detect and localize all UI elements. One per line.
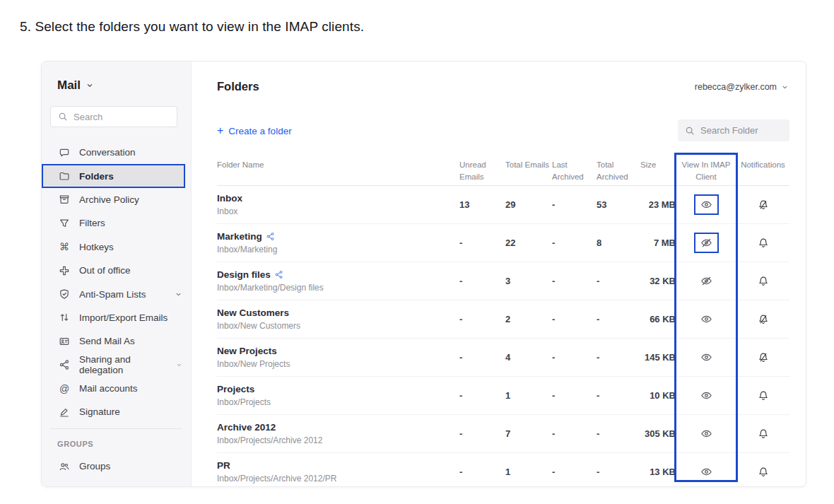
search-icon <box>685 126 695 136</box>
size-value: 13 KB <box>640 467 676 477</box>
folder-path: Inbox/Projects/Archive 2012/PR <box>217 474 459 484</box>
column-header-total-archived: Total Archived <box>597 159 640 182</box>
sidebar-item-filters[interactable]: Filters <box>42 211 191 235</box>
last-archived-value: - <box>552 428 597 439</box>
groups-section-label: GROUPS <box>57 440 93 448</box>
folder-name[interactable]: New Customers <box>217 307 289 318</box>
shield-check-icon <box>59 288 70 300</box>
folder-name[interactable]: Marketing <box>217 231 262 242</box>
total-archived-value: - <box>597 352 640 363</box>
imap-visibility-toggle[interactable] <box>694 271 719 291</box>
size-value: 32 KB <box>640 276 676 286</box>
sidebar-item-signature[interactable]: Signature <box>42 400 191 423</box>
imap-visibility-toggle[interactable] <box>694 347 719 368</box>
notification-toggle[interactable] <box>758 199 769 211</box>
sidebar-item-label: Mail accounts <box>79 383 138 394</box>
imap-visibility-toggle[interactable] <box>694 385 719 406</box>
folder-path: Inbox <box>217 206 459 216</box>
eye-icon <box>700 389 712 402</box>
notification-toggle[interactable] <box>758 467 769 478</box>
sidebar-item-label: Import/Export Emails <box>79 312 168 323</box>
notification-toggle[interactable] <box>758 352 769 363</box>
sidebar-item-anti-spam-lists[interactable]: Anti-Spam Lists <box>42 282 191 305</box>
sidebar-item-label: Archive Policy <box>79 194 139 205</box>
unread-emails-value: 13 <box>459 199 505 210</box>
sidebar-item-label: Groups <box>79 461 110 471</box>
notification-toggle[interactable] <box>758 428 769 440</box>
sidebar-item-label: Folders <box>79 171 114 182</box>
sidebar-item-label: Filters <box>79 218 105 228</box>
imap-visibility-toggle[interactable] <box>694 233 719 253</box>
folder-name[interactable]: New Projects <box>217 346 277 356</box>
table-row: Design files Inbox/Marketing/Design file… <box>217 262 789 300</box>
sidebar-item-sharing-and-delegation[interactable]: Sharing and delegation <box>42 353 191 377</box>
eye-off-icon <box>700 275 712 287</box>
plus-icon: + <box>217 125 223 136</box>
archive-policy-icon <box>59 194 70 205</box>
notification-toggle[interactable] <box>758 390 769 402</box>
column-header-folder-name: Folder Name <box>217 159 459 171</box>
account-selector[interactable]: rebecca@zylker.com <box>695 82 789 92</box>
sidebar-item-hotkeys[interactable]: ⌘ Hotkeys <box>42 235 191 259</box>
total-archived-value: 53 <box>597 199 640 210</box>
sidebar-item-archive-policy[interactable]: Archive Policy <box>42 188 191 211</box>
folder-name[interactable]: PR <box>217 460 230 471</box>
sidebar-item-folders[interactable]: Folders <box>42 164 185 187</box>
table-header: Folder Name Unread Emails Total Emails L… <box>217 153 789 186</box>
last-archived-value: - <box>552 352 597 363</box>
share-icon <box>59 359 70 370</box>
folder-name[interactable]: Inbox <box>217 193 242 204</box>
bell-off-icon <box>758 314 769 325</box>
sidebar-search-input[interactable]: Search <box>50 106 177 127</box>
sidebar-item-groups[interactable]: Groups <box>42 455 191 478</box>
sidebar-item-label: Signature <box>79 406 120 417</box>
bell-icon <box>758 276 769 287</box>
total-emails-value: 29 <box>505 199 552 210</box>
folder-name[interactable]: Design files <box>217 269 271 280</box>
bell-off-icon <box>758 352 769 363</box>
send-mail-as-icon <box>59 336 70 347</box>
bell-icon <box>758 238 769 249</box>
total-emails-value: 4 <box>505 352 552 363</box>
chevron-down-icon <box>175 291 182 298</box>
folder-name[interactable]: Projects <box>217 384 254 394</box>
sidebar-divider <box>50 428 182 429</box>
folder-search-input[interactable]: Search Folder <box>678 119 789 141</box>
imap-visibility-toggle[interactable] <box>694 194 719 215</box>
account-email: rebecca@zylker.com <box>695 82 777 92</box>
column-header-unread-emails: Unread Emails <box>459 159 505 182</box>
sidebar-item-import-export-emails[interactable]: Import/Export Emails <box>42 306 191 329</box>
folder-path: Inbox/New Customers <box>217 321 459 331</box>
sidebar-item-label: Send Mail As <box>79 336 135 346</box>
bell-off-icon <box>758 199 769 211</box>
mail-app-menu[interactable]: Mail <box>42 77 191 94</box>
sidebar-item-send-mail-as[interactable]: Send Mail As <box>42 329 191 353</box>
chevron-down-icon <box>86 81 94 90</box>
total-emails-value: 2 <box>505 314 552 324</box>
folder-path: Inbox/Projects/Archive 2012 <box>217 435 459 445</box>
total-emails-value: 1 <box>505 467 552 477</box>
notification-toggle[interactable] <box>758 276 769 287</box>
imap-visibility-toggle[interactable] <box>694 462 719 482</box>
at-sign-icon: @ <box>59 384 70 394</box>
eye-icon <box>700 351 712 363</box>
create-folder-button[interactable]: + Create a folder <box>217 125 292 136</box>
folder-name[interactable]: Archive 2012 <box>217 422 276 433</box>
out-of-office-icon <box>59 265 70 276</box>
notification-toggle[interactable] <box>758 238 769 249</box>
sidebar-item-mail-accounts[interactable]: @ Mail accounts <box>42 377 191 400</box>
create-folder-label: Create a folder <box>228 126 291 136</box>
folder-path: Inbox/Marketing/Design files <box>217 283 459 293</box>
command-icon: ⌘ <box>59 242 70 252</box>
imap-visibility-toggle[interactable] <box>694 309 719 329</box>
table-row: New Projects Inbox/New Projects - 4 - - … <box>217 339 789 377</box>
search-icon <box>58 112 68 122</box>
imap-visibility-toggle[interactable] <box>694 423 719 444</box>
column-header-view-in-imap: View In IMAP Client <box>676 159 736 182</box>
column-header-notifications: Notifications <box>736 159 789 171</box>
folder-path: Inbox/Projects <box>217 397 459 407</box>
folders-content: Folders rebecca@zylker.com + Create a fo… <box>192 61 806 486</box>
sidebar-item-out-of-office[interactable]: Out of office <box>42 259 191 282</box>
sidebar-item-conversation[interactable]: Conversation <box>42 141 191 164</box>
notification-toggle[interactable] <box>758 314 769 325</box>
